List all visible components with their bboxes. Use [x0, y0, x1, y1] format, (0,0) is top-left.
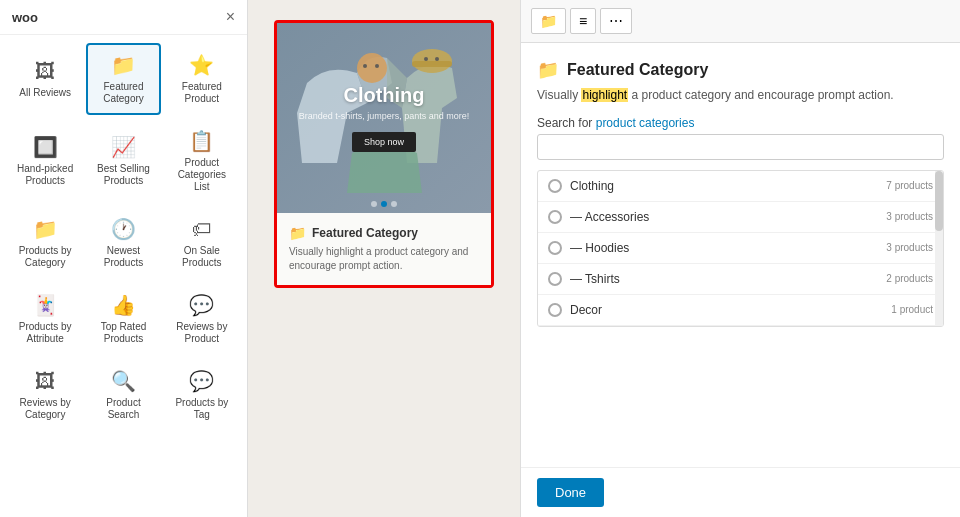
- panel-content: 📁 Featured Category Visually highlight a…: [521, 43, 960, 467]
- sidebar-label-top-rated-products: Top Rated Products: [101, 321, 147, 345]
- sidebar-icon-product-search: 🔍: [111, 369, 136, 393]
- category-item-1[interactable]: — Accessories3 products: [538, 202, 943, 233]
- featured-card-icon: 📁: [289, 225, 306, 241]
- panel-tool-more-button[interactable]: ⋯: [600, 8, 632, 34]
- category-count-3: 2 products: [886, 273, 933, 284]
- panel-tool-list-button[interactable]: ≡: [570, 8, 596, 34]
- sidebar-item-reviews-by-product[interactable]: 💬Reviews by Product: [165, 283, 239, 355]
- dot-2: [381, 201, 387, 207]
- sidebar-label-handpicked-products: Hand-picked Products: [17, 163, 73, 187]
- shop-now-button[interactable]: Shop now: [352, 132, 416, 152]
- category-name-2: — Hoodies: [570, 241, 886, 255]
- sidebar-item-product-categories-list[interactable]: 📋Product Categories List: [165, 119, 239, 203]
- category-item-0[interactable]: Clothing7 products: [538, 171, 943, 202]
- category-item-3[interactable]: — Tshirts2 products: [538, 264, 943, 295]
- radio-4: [548, 303, 562, 317]
- block-wrapper: Clothing Branded t-shirts, jumpers, pant…: [274, 20, 494, 288]
- sidebar-item-products-by-attribute[interactable]: 🃏Products by Attribute: [8, 283, 82, 355]
- sidebar-label-featured-category: Featured Category: [103, 81, 144, 105]
- search-input[interactable]: [537, 134, 944, 160]
- svg-rect-3: [412, 61, 452, 67]
- radio-0: [548, 179, 562, 193]
- sidebar-icon-handpicked-products: 🔲: [33, 135, 58, 159]
- search-label: Search for product categories: [537, 116, 944, 130]
- sidebar-label-featured-product: Featured Product: [182, 81, 222, 105]
- svg-point-1: [357, 53, 387, 83]
- sidebar-header: woo ×: [0, 0, 247, 35]
- dot-1: [371, 201, 377, 207]
- category-count-0: 7 products: [886, 180, 933, 191]
- sidebar-item-reviews-by-category[interactable]: 🖼Reviews by Category: [8, 359, 82, 431]
- sidebar-item-products-by-tag[interactable]: 💬Products by Tag: [165, 359, 239, 431]
- category-item-4[interactable]: Decor1 product: [538, 295, 943, 326]
- banner-title: Clothing: [299, 84, 470, 107]
- category-item-2[interactable]: — Hoodies3 products: [538, 233, 943, 264]
- sidebar-label-reviews-by-product: Reviews by Product: [176, 321, 227, 345]
- sidebar-icon-reviews-by-product: 💬: [189, 293, 214, 317]
- sidebar-item-product-search[interactable]: 🔍Product Search: [86, 359, 160, 431]
- category-name-4: Decor: [570, 303, 891, 317]
- sidebar-item-featured-category[interactable]: 📁Featured Category: [86, 43, 160, 115]
- panel-heading-icon: 📁: [537, 59, 559, 81]
- svg-point-4: [363, 64, 367, 68]
- featured-card-body: 📁 Featured Category Visually highlight a…: [277, 213, 491, 285]
- right-panel: 📁 ≡ ⋯ 📁 Featured Category Visually highl…: [520, 0, 960, 517]
- sidebar-item-handpicked-products[interactable]: 🔲Hand-picked Products: [8, 119, 82, 203]
- sidebar-icon-products-by-category: 📁: [33, 217, 58, 241]
- banner-dots: [371, 201, 397, 207]
- panel-description: Visually highlight a product category an…: [537, 87, 944, 104]
- banner-subtitle: Branded t-shirts, jumpers, pants and mor…: [299, 111, 470, 121]
- sidebar-icon-featured-category: 📁: [111, 53, 136, 77]
- category-name-1: — Accessories: [570, 210, 886, 224]
- featured-card-desc: Visually highlight a product category an…: [289, 245, 479, 273]
- canvas-area: Clothing Branded t-shirts, jumpers, pant…: [248, 0, 520, 517]
- sidebar-label-products-by-attribute: Products by Attribute: [19, 321, 72, 345]
- category-count-1: 3 products: [886, 211, 933, 222]
- sidebar-label-products-by-category: Products by Category: [19, 245, 72, 269]
- done-button[interactable]: Done: [537, 478, 604, 507]
- sidebar-grid: 🖼All Reviews📁Featured Category⭐Featured …: [0, 35, 247, 439]
- sidebar-label-on-sale-products: On Sale Products: [182, 245, 221, 269]
- svg-point-5: [375, 64, 379, 68]
- main-area: Clothing Branded t-shirts, jumpers, pant…: [248, 0, 960, 517]
- sidebar-item-on-sale-products[interactable]: 🏷On Sale Products: [165, 207, 239, 279]
- svg-point-6: [424, 57, 428, 61]
- sidebar-close-button[interactable]: ×: [226, 8, 235, 26]
- sidebar-title: woo: [12, 10, 38, 25]
- scrollbar-track: [935, 171, 943, 326]
- dot-3: [391, 201, 397, 207]
- radio-2: [548, 241, 562, 255]
- sidebar-icon-top-rated-products: 👍: [111, 293, 136, 317]
- sidebar-icon-products-by-tag: 💬: [189, 369, 214, 393]
- sidebar-item-best-selling-products[interactable]: 📈Best Selling Products: [86, 119, 160, 203]
- panel-toolbar: 📁 ≡ ⋯: [521, 0, 960, 43]
- featured-card: Clothing Branded t-shirts, jumpers, pant…: [277, 23, 491, 285]
- category-list: Clothing7 products— Accessories3 product…: [537, 170, 944, 327]
- sidebar-label-newest-products: Newest Products: [104, 245, 143, 269]
- sidebar-label-all-reviews: All Reviews: [19, 87, 71, 99]
- sidebar: woo × 🖼All Reviews📁Featured Category⭐Fea…: [0, 0, 248, 517]
- svg-point-7: [435, 57, 439, 61]
- sidebar-icon-product-categories-list: 📋: [189, 129, 214, 153]
- category-name-0: Clothing: [570, 179, 886, 193]
- sidebar-icon-best-selling-products: 📈: [111, 135, 136, 159]
- sidebar-label-best-selling-products: Best Selling Products: [97, 163, 150, 187]
- panel-tool-folder-button[interactable]: 📁: [531, 8, 566, 34]
- sidebar-item-products-by-category[interactable]: 📁Products by Category: [8, 207, 82, 279]
- panel-heading: 📁 Featured Category: [537, 59, 944, 81]
- sidebar-item-top-rated-products[interactable]: 👍Top Rated Products: [86, 283, 160, 355]
- radio-3: [548, 272, 562, 286]
- scrollbar-thumb[interactable]: [935, 171, 943, 231]
- sidebar-item-all-reviews[interactable]: 🖼All Reviews: [8, 43, 82, 115]
- sidebar-item-featured-product[interactable]: ⭐Featured Product: [165, 43, 239, 115]
- featured-banner: Clothing Branded t-shirts, jumpers, pant…: [277, 23, 491, 213]
- panel-heading-title: Featured Category: [567, 61, 708, 79]
- sidebar-item-newest-products[interactable]: 🕐Newest Products: [86, 207, 160, 279]
- radio-1: [548, 210, 562, 224]
- sidebar-icon-all-reviews: 🖼: [35, 60, 55, 83]
- sidebar-icon-newest-products: 🕐: [111, 217, 136, 241]
- sidebar-label-product-categories-list: Product Categories List: [171, 157, 233, 193]
- sidebar-label-reviews-by-category: Reviews by Category: [20, 397, 71, 421]
- category-name-3: — Tshirts: [570, 272, 886, 286]
- featured-card-title: Featured Category: [312, 226, 418, 240]
